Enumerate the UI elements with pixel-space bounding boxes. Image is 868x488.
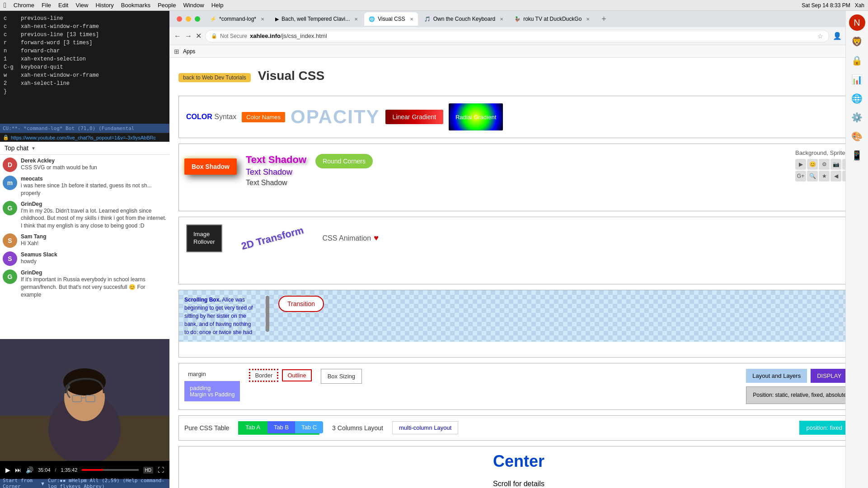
menu-edit[interactable]: Edit <box>58 2 68 9</box>
tab-visual-css[interactable]: 🌐 Visual CSS ✕ <box>364 12 418 26</box>
outline-button[interactable]: Outline <box>282 369 311 381</box>
menu-window[interactable]: Window <box>183 2 204 9</box>
next-button[interactable]: ⏭ <box>15 466 21 474</box>
apple-menu[interactable]:  <box>4 1 6 9</box>
tab-roku[interactable]: 🦆 roku TV at DuckDuckGo ✕ <box>510 12 594 26</box>
menu-bookmarks[interactable]: Bookmarks <box>121 2 150 9</box>
address-bar[interactable]: 🔒 Not Secure xahlee.info/js/css_index.ht… <box>205 30 829 42</box>
chat-text: Hi Xah! <box>21 240 167 247</box>
back-button[interactable]: ← <box>174 32 181 40</box>
ext-icon-6[interactable]: 📱 <box>849 147 865 163</box>
brave-icon[interactable]: 🦁 <box>849 33 865 50</box>
radial-gradient-label: Radial Gradient <box>455 114 496 121</box>
norton-icon[interactable]: N <box>849 14 865 31</box>
image-rollover-button[interactable]: ImageRollover <box>186 224 222 252</box>
position-fixed-button[interactable]: position: fixed <box>799 421 850 435</box>
sprite-icon: ◀ <box>830 171 841 181</box>
progress-bar[interactable] <box>82 469 138 471</box>
ext-icon-1[interactable]: 🔒 <box>849 52 865 69</box>
volume-button[interactable]: 🔊 <box>26 466 33 474</box>
tab-close-button[interactable]: ✕ <box>410 17 413 22</box>
chat-username: meocats <box>21 176 167 182</box>
video-controls[interactable]: ▶ ⏭ 🔊 35:04 / 1:35:42 HD ⛶ <box>0 461 169 479</box>
tab-close-button[interactable]: ✕ <box>261 17 264 22</box>
list-item: D Derek Ackley CSS SVG or math would be … <box>3 158 167 172</box>
bottom-start-corner: Start from Corner <box>3 478 38 488</box>
menu-help[interactable]: Help <box>211 2 224 9</box>
new-tab-button[interactable]: + <box>598 14 610 24</box>
three-col-label: 3 Columns Layout <box>332 424 383 432</box>
tab-close-button[interactable]: ✕ <box>500 17 503 22</box>
maximize-window-button[interactable] <box>195 16 200 22</box>
ext-icon-5[interactable]: 🎨 <box>849 128 865 144</box>
tab-close-button[interactable]: ✕ <box>586 17 590 22</box>
round-corners-button[interactable]: Round Corners <box>315 154 373 168</box>
radial-gradient-box[interactable]: Radial Gradient <box>449 103 503 130</box>
close-window-button[interactable] <box>177 16 182 22</box>
forward-button[interactable]: → <box>185 32 192 40</box>
user-icon[interactable]: 👤 <box>833 32 842 40</box>
padding-label: padding <box>190 385 235 391</box>
web-content[interactable]: back to Web Dev Tutorials Visual CSS COL… <box>169 58 868 488</box>
minimize-window-button[interactable] <box>186 16 191 22</box>
bookmark-star-icon[interactable]: ☆ <box>817 33 823 40</box>
webcam-svg <box>0 339 169 461</box>
ext-icon-4[interactable]: ⚙️ <box>849 109 865 125</box>
tab-own-couch[interactable]: 🎵 Own the Couch Keyboard ✕ <box>420 12 508 26</box>
apps-bar: ⊞ Apps <box>169 45 868 58</box>
text-shadow-1: Text Shadow <box>246 154 306 166</box>
tab-command-log[interactable]: ⚡ *command-log* ✕ <box>206 12 269 26</box>
chat-text: CSS SVG or math would be fun <box>21 164 167 172</box>
box-sizing-button[interactable]: Box Sizing <box>321 369 362 384</box>
chat-username: Seamus Slack <box>21 251 167 258</box>
chat-title: Top chat <box>5 144 28 152</box>
list-item: m meocats i was here since 1h before it … <box>3 176 167 197</box>
border-button[interactable]: Border <box>249 369 278 382</box>
tab-a-button[interactable]: Tab A <box>238 421 267 433</box>
multi-col-button[interactable]: multi-column Layout <box>392 421 458 434</box>
position-button[interactable]: Position: static, relative, fixed, absol… <box>746 386 853 404</box>
tabs-group: Tab A Tab B Tab C <box>238 421 323 433</box>
video-duration: 1:35:42 <box>61 467 78 473</box>
layout-layers-button[interactable]: Layout and Layers <box>746 369 807 383</box>
back-to-tutorials-button[interactable]: back to Web Dev Tutorials <box>178 73 251 82</box>
play-pause-button[interactable]: ▶ <box>5 466 10 474</box>
ext-icon-3[interactable]: 🌐 <box>849 90 865 107</box>
sprite-icon: G+ <box>795 171 806 181</box>
ext-icon-2[interactable]: 📊 <box>849 71 865 88</box>
tab-bach[interactable]: ▶ Bach, well Tempered Clavi... ✕ <box>271 12 362 26</box>
menu-people[interactable]: People <box>158 2 176 9</box>
display-button[interactable]: DISPLAY <box>811 369 848 383</box>
menu-chrome[interactable]: Chrome <box>14 2 34 9</box>
bottom-right: Cur:▪▪ ⊠Help⊠ All (2,59) (Help command-l… <box>48 478 167 488</box>
box-shadow-button[interactable]: Box Shadow <box>184 158 237 175</box>
text-shadow-2: Text Shadow <box>246 167 306 177</box>
chat-dropdown-icon[interactable]: ▼ <box>31 146 36 151</box>
tab-b-button[interactable]: Tab B <box>267 421 295 433</box>
yt-url[interactable]: https://www.youtube.com/live_chat?is_pop… <box>11 135 156 140</box>
apps-grid-icon[interactable]: ⊞ <box>174 48 179 55</box>
lock-icon: 🔒 <box>211 33 217 39</box>
color-syntax-label: COLOR Syntax <box>186 113 236 121</box>
terminal: cprevious-line cxah-next-window-or-frame… <box>0 11 169 124</box>
transition-button[interactable]: Transition <box>278 296 324 312</box>
layout-display-row: Layout and Layers DISPLAY <box>746 369 853 383</box>
color-names-button[interactable]: Color Names <box>242 112 285 122</box>
menu-file[interactable]: File <box>42 2 51 9</box>
pure-css-table-label: Pure CSS Table <box>184 424 229 432</box>
tab-close-button[interactable]: ✕ <box>354 17 358 22</box>
fullscreen-button[interactable]: ⛶ <box>158 466 164 474</box>
chat-message-content: GrinDeg If it's important in Russia ever… <box>21 270 167 298</box>
linear-gradient-button[interactable]: Linear Gradient <box>385 110 444 124</box>
reload-button[interactable]: ✕ <box>196 32 202 40</box>
tab-label: Visual CSS <box>378 16 405 22</box>
transforms-inner: ImageRollover 2D Transform CSS Animation… <box>179 217 859 260</box>
chat-text: If it's important in Russia everybody in… <box>21 276 167 298</box>
tab-c-button[interactable]: Tab C <box>295 421 323 433</box>
text-shadows-group: Text Shadow Text Shadow Text Shadow <box>246 154 306 187</box>
menu-history[interactable]: History <box>95 2 113 9</box>
chat-username: Derek Ackley <box>21 158 167 164</box>
menu-view[interactable]: View <box>75 2 88 9</box>
browser-extensions-sidebar: N 🦁 🔒 📊 🌐 ⚙️ 🎨 📱 <box>845 11 868 488</box>
chat-header[interactable]: Top chat ▼ <box>0 142 169 155</box>
